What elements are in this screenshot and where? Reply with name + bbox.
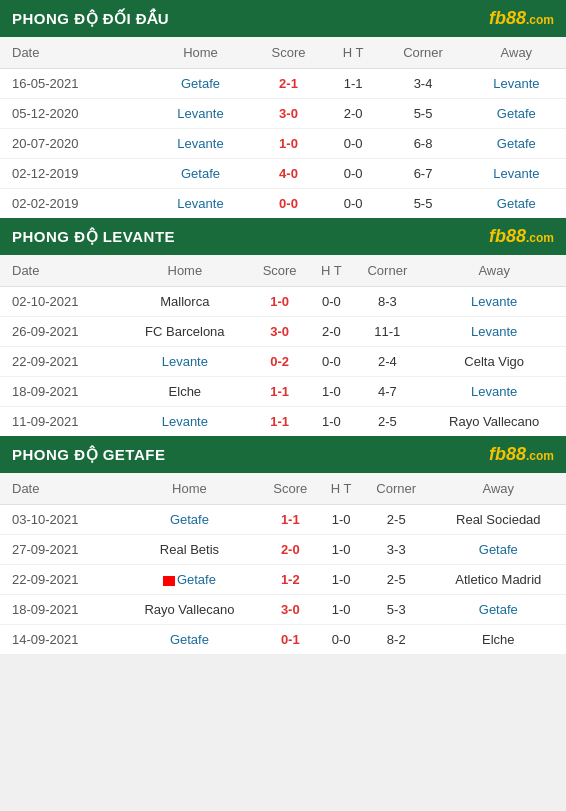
away-team[interactable]: Levante [422,287,566,317]
home-team[interactable]: Levante [151,99,250,129]
home-team[interactable]: Getafe [119,565,260,595]
match-date: 14-09-2021 [0,625,119,655]
away-team-name[interactable]: Getafe [497,136,536,151]
match-score: 0-1 [260,625,320,655]
matches-table: DateHomeScoreH TCornerAway02-10-2021Mall… [0,255,566,436]
half-time-score: 1-0 [321,565,362,595]
corner-stat: 5-3 [362,595,431,625]
home-team-name[interactable]: Levante [177,106,223,121]
section-title: PHONG ĐỘ ĐỐI ĐẦU [12,10,169,28]
away-team[interactable]: Getafe [467,99,566,129]
home-team-name[interactable]: Levante [162,414,208,429]
corner-stat: 2-4 [352,347,422,377]
match-score: 4-0 [250,159,327,189]
away-team-name[interactable]: Levante [493,76,539,91]
column-header: H T [327,37,380,69]
half-time-score: 0-0 [327,159,380,189]
column-header: Date [0,473,119,505]
table-row: 14-09-2021Getafe0-10-08-2Elche [0,625,566,655]
away-team[interactable]: Levante [422,317,566,347]
away-team-name[interactable]: Levante [471,324,517,339]
section-header: PHONG ĐỘ GETAFEfb88.com [0,436,566,473]
match-date: 26-09-2021 [0,317,121,347]
match-score: 1-0 [249,287,310,317]
away-team-name[interactable]: Getafe [497,196,536,211]
table-row: 02-12-2019Getafe4-00-06-7Levante [0,159,566,189]
away-team-name[interactable]: Getafe [479,602,518,617]
away-team[interactable]: Levante [467,69,566,99]
away-team-name[interactable]: Getafe [497,106,536,121]
home-team[interactable]: Getafe [119,505,260,535]
brand-fb: fb [489,444,506,464]
home-team[interactable]: Getafe [151,69,250,99]
away-team[interactable]: Getafe [431,535,566,565]
away-team-name[interactable]: Levante [471,384,517,399]
home-team-name[interactable]: Getafe [170,632,209,647]
match-date: 03-10-2021 [0,505,119,535]
away-team-name[interactable]: Getafe [479,542,518,557]
home-team-name[interactable]: Levante [162,354,208,369]
away-team-name: Celta Vigo [464,354,524,369]
corner-stat: 8-2 [362,625,431,655]
corner-stat: 3-3 [362,535,431,565]
away-team-name[interactable]: Levante [493,166,539,181]
away-team[interactable]: Getafe [467,189,566,219]
away-team[interactable]: Getafe [431,595,566,625]
home-team[interactable]: Getafe [119,625,260,655]
match-score: 3-0 [250,99,327,129]
section-header: PHONG ĐỘ LEVANTEfb88.com [0,218,566,255]
half-time-score: 1-0 [310,377,352,407]
matches-table: DateHomeScoreH TCornerAway03-10-2021Geta… [0,473,566,654]
brand-88: 88 [506,8,526,28]
away-team[interactable]: Getafe [467,129,566,159]
table-row: 02-02-2019Levante0-00-05-5Getafe [0,189,566,219]
brand-com: .com [526,449,554,463]
section-title: PHONG ĐỘ GETAFE [12,446,165,464]
home-team[interactable]: Levante [121,407,249,437]
half-time-score: 0-0 [327,129,380,159]
column-header: Corner [379,37,466,69]
match-date: 27-09-2021 [0,535,119,565]
home-team[interactable]: Levante [151,189,250,219]
brand-text: fb88.com [489,226,554,246]
match-score: 1-1 [260,505,320,535]
away-team[interactable]: Levante [422,377,566,407]
match-score: 3-0 [249,317,310,347]
match-score: 1-0 [250,129,327,159]
table-row: 02-10-2021Mallorca1-00-08-3Levante [0,287,566,317]
home-team-name[interactable]: Getafe [170,512,209,527]
column-header: Away [431,473,566,505]
column-header: Away [467,37,566,69]
match-date: 22-09-2021 [0,565,119,595]
half-time-score: 0-0 [310,287,352,317]
column-header: Corner [352,255,422,287]
away-team-name: Elche [482,632,515,647]
corner-stat: 2-5 [362,565,431,595]
section-getafe-form: PHONG ĐỘ GETAFEfb88.comDateHomeScoreH TC… [0,436,566,654]
home-team[interactable]: Levante [121,347,249,377]
column-header: Date [0,37,151,69]
home-team[interactable]: Getafe [151,159,250,189]
half-time-score: 1-0 [310,407,352,437]
match-date: 02-02-2019 [0,189,151,219]
column-header: H T [321,473,362,505]
home-team-name[interactable]: Levante [177,136,223,151]
half-time-score: 2-0 [327,99,380,129]
home-team-name[interactable]: Levante [177,196,223,211]
away-team[interactable]: Levante [467,159,566,189]
section-title: PHONG ĐỘ LEVANTE [12,228,175,246]
table-row: 18-09-2021Rayo Vallecano3-01-05-3Getafe [0,595,566,625]
brand-logo: fb88.com [489,444,554,465]
away-team: Elche [431,625,566,655]
away-team-name[interactable]: Levante [471,294,517,309]
home-team[interactable]: Levante [151,129,250,159]
match-date: 11-09-2021 [0,407,121,437]
match-date: 02-12-2019 [0,159,151,189]
home-team-name[interactable]: Getafe [181,76,220,91]
half-time-score: 0-0 [327,189,380,219]
home-team-name[interactable]: Getafe [181,166,220,181]
corner-stat: 11-1 [352,317,422,347]
home-team-name[interactable]: Getafe [177,572,216,587]
home-team: FC Barcelona [121,317,249,347]
table-row: 20-07-2020Levante1-00-06-8Getafe [0,129,566,159]
